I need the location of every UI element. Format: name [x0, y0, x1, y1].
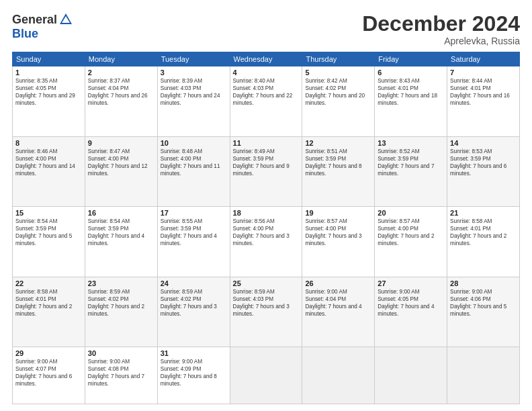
table-row	[375, 347, 447, 404]
table-row: 28Sunrise: 9:00 AMSunset: 4:06 PMDayligh…	[447, 277, 520, 347]
table-row: 7Sunrise: 8:44 AMSunset: 4:01 PMDaylight…	[447, 66, 520, 136]
day-number: 11	[233, 139, 300, 147]
sunrise-text: Sunrise: 8:42 AM	[305, 78, 347, 84]
day-number: 25	[233, 279, 300, 287]
sunset-text: Sunset: 3:59 PM	[378, 156, 418, 162]
day-info: Sunrise: 8:57 AMSunset: 4:00 PMDaylight:…	[378, 218, 444, 247]
daylight-text: Daylight: 7 hours and 7 minutes.	[378, 163, 434, 177]
table-row: 4Sunrise: 8:40 AMSunset: 4:03 PMDaylight…	[230, 66, 302, 136]
table-row: 17Sunrise: 8:55 AMSunset: 3:59 PMDayligh…	[157, 207, 230, 277]
day-info: Sunrise: 9:00 AMSunset: 4:07 PMDaylight:…	[15, 358, 82, 387]
day-number: 1	[15, 68, 82, 77]
daylight-text: Daylight: 7 hours and 20 minutes.	[305, 93, 365, 106]
sunrise-text: Sunrise: 8:35 AM	[15, 78, 57, 84]
sunrise-text: Sunrise: 8:53 AM	[450, 148, 492, 154]
daylight-text: Daylight: 7 hours and 29 minutes.	[15, 93, 75, 106]
sunrise-text: Sunrise: 8:39 AM	[161, 78, 202, 84]
daylight-text: Daylight: 7 hours and 24 minutes.	[161, 93, 220, 106]
calendar-week-row: 15Sunrise: 8:54 AMSunset: 3:59 PMDayligh…	[13, 207, 520, 277]
day-info: Sunrise: 8:53 AMSunset: 3:59 PMDaylight:…	[450, 148, 517, 177]
day-number: 4	[233, 68, 300, 77]
daylight-text: Daylight: 7 hours and 2 minutes.	[15, 304, 72, 317]
col-friday: Friday	[375, 52, 447, 66]
day-number: 8	[15, 139, 82, 147]
table-row	[230, 347, 302, 404]
day-info: Sunrise: 8:39 AMSunset: 4:03 PMDaylight:…	[161, 77, 227, 107]
day-number: 16	[88, 209, 154, 217]
day-number: 30	[88, 349, 154, 357]
col-wednesday: Wednesday	[230, 52, 302, 66]
daylight-text: Daylight: 7 hours and 8 minutes.	[305, 163, 361, 177]
table-row: 20Sunrise: 8:57 AMSunset: 4:00 PMDayligh…	[375, 207, 447, 277]
logo-blue-text: Blue	[12, 27, 38, 41]
sunrise-text: Sunrise: 8:54 AM	[88, 218, 130, 224]
sunset-text: Sunset: 4:07 PM	[15, 366, 56, 372]
table-row: 24Sunrise: 8:59 AMSunset: 4:02 PMDayligh…	[157, 277, 230, 347]
sunset-text: Sunset: 4:08 PM	[88, 366, 129, 372]
daylight-text: Daylight: 7 hours and 26 minutes.	[88, 93, 148, 106]
table-row: 16Sunrise: 8:54 AMSunset: 3:59 PMDayligh…	[85, 207, 157, 277]
sunrise-text: Sunrise: 9:00 AM	[450, 289, 492, 295]
daylight-text: Daylight: 7 hours and 4 minutes.	[88, 233, 144, 246]
day-number: 27	[378, 279, 444, 287]
col-monday: Monday	[85, 52, 157, 66]
sunrise-text: Sunrise: 9:00 AM	[378, 289, 419, 295]
day-number: 5	[305, 68, 371, 77]
day-info: Sunrise: 8:44 AMSunset: 4:01 PMDaylight:…	[450, 77, 517, 107]
table-row: 8Sunrise: 8:46 AMSunset: 4:00 PMDaylight…	[13, 136, 85, 206]
sunset-text: Sunset: 4:01 PM	[378, 85, 418, 91]
table-row: 12Sunrise: 8:51 AMSunset: 3:59 PMDayligh…	[302, 136, 375, 206]
daylight-text: Daylight: 7 hours and 4 minutes.	[305, 304, 361, 317]
sunset-text: Sunset: 4:02 PM	[88, 296, 129, 302]
sunset-text: Sunset: 4:01 PM	[450, 85, 491, 91]
sunset-text: Sunset: 4:06 PM	[450, 296, 491, 302]
sunset-text: Sunset: 4:00 PM	[233, 226, 274, 232]
daylight-text: Daylight: 7 hours and 16 minutes.	[450, 93, 510, 106]
daylight-text: Daylight: 7 hours and 3 minutes.	[233, 304, 290, 317]
sunset-text: Sunset: 4:02 PM	[161, 296, 202, 302]
table-row: 6Sunrise: 8:43 AMSunset: 4:01 PMDaylight…	[375, 66, 447, 136]
table-row: 26Sunrise: 9:00 AMSunset: 4:04 PMDayligh…	[302, 277, 375, 347]
daylight-text: Daylight: 7 hours and 12 minutes.	[88, 163, 148, 177]
calendar-table: Sunday Monday Tuesday Wednesday Thursday…	[12, 52, 520, 404]
day-number: 22	[15, 279, 82, 287]
sunrise-text: Sunrise: 9:00 AM	[15, 359, 57, 365]
day-number: 23	[88, 279, 154, 287]
daylight-text: Daylight: 7 hours and 8 minutes.	[161, 373, 217, 387]
sunrise-text: Sunrise: 9:00 AM	[88, 359, 130, 365]
sunrise-text: Sunrise: 8:55 AM	[161, 218, 202, 224]
table-row: 3Sunrise: 8:39 AMSunset: 4:03 PMDaylight…	[157, 66, 230, 136]
table-row: 10Sunrise: 8:48 AMSunset: 4:00 PMDayligh…	[157, 136, 230, 206]
day-info: Sunrise: 8:42 AMSunset: 4:02 PMDaylight:…	[305, 77, 371, 107]
table-row: 25Sunrise: 8:59 AMSunset: 4:03 PMDayligh…	[230, 277, 302, 347]
col-tuesday: Tuesday	[157, 52, 230, 66]
daylight-text: Daylight: 7 hours and 14 minutes.	[15, 163, 75, 177]
logo-icon	[58, 12, 73, 27]
daylight-text: Daylight: 7 hours and 5 minutes.	[450, 304, 506, 317]
day-number: 12	[305, 139, 371, 147]
sunrise-text: Sunrise: 8:58 AM	[15, 289, 57, 295]
table-row: 13Sunrise: 8:52 AMSunset: 3:59 PMDayligh…	[375, 136, 447, 206]
day-info: Sunrise: 8:58 AMSunset: 4:01 PMDaylight:…	[15, 288, 82, 318]
logo: General Blue	[12, 12, 73, 41]
day-number: 17	[161, 209, 227, 217]
calendar-week-row: 8Sunrise: 8:46 AMSunset: 4:00 PMDaylight…	[13, 136, 520, 206]
sunrise-text: Sunrise: 8:40 AM	[233, 78, 275, 84]
day-info: Sunrise: 8:54 AMSunset: 3:59 PMDaylight:…	[88, 218, 154, 247]
sunset-text: Sunset: 3:59 PM	[450, 156, 491, 162]
day-number: 21	[450, 209, 517, 217]
sunrise-text: Sunrise: 8:52 AM	[378, 148, 419, 154]
calendar-week-row: 22Sunrise: 8:58 AMSunset: 4:01 PMDayligh…	[13, 277, 520, 347]
table-row	[302, 347, 375, 404]
day-info: Sunrise: 8:59 AMSunset: 4:02 PMDaylight:…	[88, 288, 154, 318]
sunset-text: Sunset: 4:05 PM	[15, 85, 56, 91]
table-row: 30Sunrise: 9:00 AMSunset: 4:08 PMDayligh…	[85, 347, 157, 404]
sunset-text: Sunset: 4:09 PM	[161, 366, 202, 372]
sunset-text: Sunset: 3:59 PM	[305, 156, 346, 162]
sunset-text: Sunset: 4:05 PM	[378, 296, 418, 302]
sunrise-text: Sunrise: 9:00 AM	[305, 289, 347, 295]
table-row: 31Sunrise: 9:00 AMSunset: 4:09 PMDayligh…	[157, 347, 230, 404]
sunset-text: Sunset: 4:01 PM	[450, 226, 491, 232]
sunrise-text: Sunrise: 8:46 AM	[15, 148, 57, 154]
sunset-text: Sunset: 4:03 PM	[233, 296, 274, 302]
